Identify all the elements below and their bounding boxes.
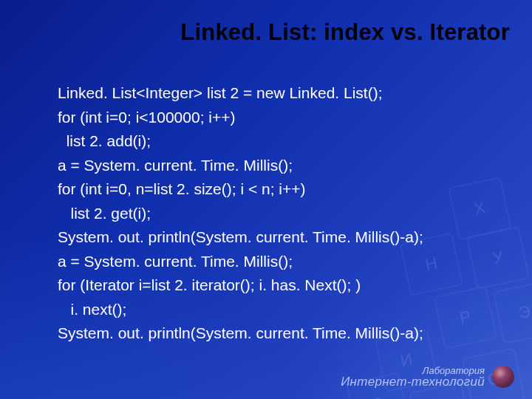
slide-title: Linked. List: index vs. Iterator <box>44 19 510 46</box>
code-line: a = System. current. Time. Millis(); <box>58 154 488 178</box>
code-line: list 2. add(i); <box>58 129 488 154</box>
code-line: a = System. current. Time. Millis(); <box>58 250 488 274</box>
footer-line-2: Интернет-технологий <box>341 375 485 389</box>
code-line: for (int i=0; i<100000; i++) <box>58 106 488 130</box>
code-line: Linked. List<Integer> list 2 = new Linke… <box>58 81 488 106</box>
code-line: i. next(); <box>58 298 488 322</box>
slide: Linked. List: index vs. Iterator Linked.… <box>0 0 532 399</box>
footer-line-1: Лаборатория <box>341 366 485 376</box>
code-line: list 2. get(i); <box>58 202 488 226</box>
logo-icon <box>492 366 514 388</box>
footer-label: Лаборатория Интернет-технологий <box>341 366 485 389</box>
code-line: System. out. println(System. current. Ti… <box>58 321 488 346</box>
key-icon: Э <box>493 281 532 344</box>
footer: Лаборатория Интернет-технологий <box>341 366 514 389</box>
code-line: for (Iterator i=list 2. iterator(); i. h… <box>58 273 488 298</box>
code-block: Linked. List<Integer> list 2 = new Linke… <box>58 81 488 346</box>
code-line: for (int i=0, n=list 2. size(); i < n; i… <box>58 177 488 202</box>
code-line: System. out. println(System. current. Ti… <box>58 225 488 250</box>
